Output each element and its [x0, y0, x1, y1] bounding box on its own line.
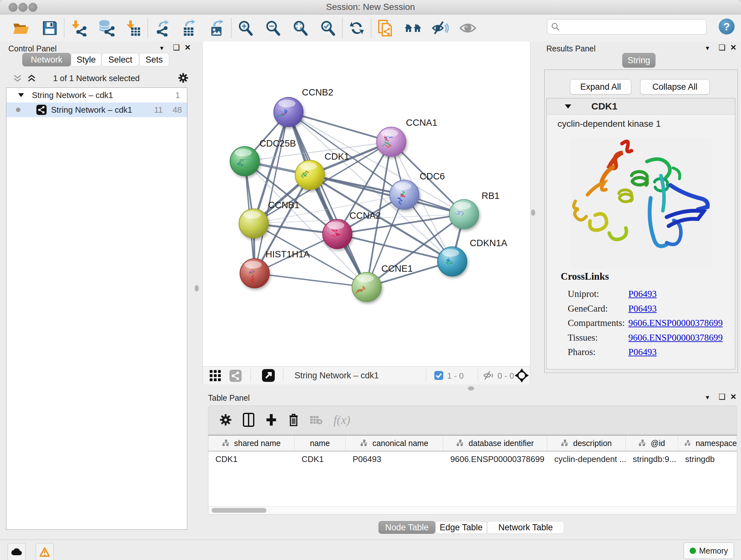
crosslink-uniprot[interactable]: P06493 [628, 289, 657, 299]
search-input[interactable] [560, 22, 695, 32]
column-header[interactable]: namespace [678, 435, 737, 451]
import-table-button[interactable] [123, 18, 144, 38]
delete-table-icon [310, 415, 323, 425]
column-header[interactable]: description [547, 435, 626, 451]
zoom-in-button[interactable] [235, 18, 256, 38]
network-node-hist1h1a[interactable]: HIST1H1A [240, 249, 310, 288]
column-header[interactable]: name [294, 435, 346, 451]
columns-icon [243, 413, 254, 427]
tab-edge-table[interactable]: Edge Table [435, 521, 487, 534]
node-label: CDC25B [259, 138, 296, 148]
hide-selected-button[interactable] [430, 18, 451, 38]
grid-view-icon[interactable] [210, 370, 221, 381]
scrollbar-thumb[interactable] [212, 508, 266, 513]
export-image-button[interactable] [207, 18, 227, 38]
detach-view-icon[interactable] [262, 369, 275, 382]
results-panel-float-button[interactable]: ❑ [719, 44, 726, 51]
network-edge[interactable] [288, 112, 391, 142]
table-panel-menu-button[interactable]: ▼ [704, 395, 711, 400]
results-panel-close-button[interactable]: ✕ [730, 44, 737, 51]
table-panel-float-button[interactable]: ❑ [719, 393, 726, 401]
network-graph[interactable]: CCNB2CCNA1CDC25BCDK1CDC6RB1CCNB1CCNA2CDK… [203, 42, 530, 366]
network-collection-row[interactable]: String Network – cdk1 1 [6, 88, 187, 103]
network-name: String Network – cdk1 [51, 105, 132, 115]
control-panel-menu-button[interactable]: ▼ [159, 45, 165, 51]
toolbar-separator [64, 18, 64, 38]
gene-collapse-icon[interactable] [564, 104, 571, 109]
network-node-cdc6[interactable]: CDC6 [390, 171, 445, 209]
column-header[interactable]: @id [626, 435, 678, 451]
left-splitter-handle[interactable] [195, 285, 199, 292]
show-all-button[interactable] [458, 18, 478, 38]
crosslink-genecard[interactable]: P06493 [628, 303, 657, 314]
table-toolbar: f(x) [208, 406, 737, 434]
export-table-button[interactable] [179, 18, 200, 38]
selected-checkbox-icon[interactable] [434, 371, 443, 380]
expand-all-button[interactable]: Expand All [570, 79, 631, 95]
column-header[interactable]: canonical name [346, 435, 443, 451]
crosslink-label: Tissues: [568, 330, 628, 345]
control-panel-close-button[interactable]: ✕ [185, 44, 191, 51]
column-header[interactable]: database identifier [443, 435, 547, 451]
network-options-gear-icon[interactable] [178, 72, 189, 84]
crosslink-pharos[interactable]: P06493 [628, 347, 657, 357]
network-canvas[interactable]: CCNB2CCNA1CDC25BCDK1CDC6RB1CCNB1CCNA2CDK… [202, 42, 530, 366]
crosslink-row: Tissues:9606.ENSP00000378699 [568, 330, 735, 345]
memory-button[interactable]: Memory [684, 543, 734, 559]
help-button[interactable]: ? [719, 18, 735, 35]
network-edge[interactable] [255, 273, 367, 287]
zoom-selected-button[interactable] [318, 18, 338, 38]
footer-network-name: String Network – cdk1 [294, 371, 379, 381]
network-view-mode-icon[interactable] [229, 370, 242, 382]
results-panel-title: Results Panel [546, 44, 596, 53]
column-header[interactable]: shared name [208, 435, 294, 451]
right-splitter-handle[interactable] [531, 209, 535, 216]
control-panel-float-button[interactable]: ❑ [173, 44, 180, 51]
gene-card-header[interactable]: CDK1 [547, 98, 735, 115]
table-horizontal-scrollbar[interactable] [208, 506, 737, 514]
tab-string[interactable]: String [622, 53, 656, 68]
results-panel-menu-button[interactable]: ▼ [704, 45, 711, 51]
selected-counts: 1 - 0 [447, 371, 464, 381]
network-node-ccna1[interactable]: CCNA1 [377, 118, 437, 157]
show-columns-button[interactable] [243, 413, 254, 427]
create-column-button[interactable] [265, 413, 277, 427]
collection-expand-icon[interactable] [18, 92, 24, 98]
export-network-button[interactable] [152, 18, 172, 38]
birdseye-navigator-icon[interactable] [515, 368, 529, 382]
import-network-database-button[interactable] [96, 18, 116, 38]
export-table-icon [182, 20, 197, 37]
zoom-out-button[interactable] [263, 18, 283, 38]
tab-style[interactable]: Style [71, 53, 102, 66]
table-options-button[interactable] [219, 414, 232, 426]
import-network-file-button[interactable] [68, 18, 89, 38]
network-node-rb1[interactable]: RB1 [449, 191, 499, 229]
crosslink-tissues[interactable]: 9606.ENSP00000378699 [628, 332, 723, 343]
node-label: CCNA2 [349, 210, 381, 221]
network-node-cdkn1a[interactable]: CDKN1A [437, 238, 508, 276]
save-session-button[interactable] [40, 18, 60, 38]
refresh-view-button[interactable] [347, 18, 367, 38]
delete-columns-button[interactable] [288, 413, 299, 427]
cloud-status-button[interactable] [8, 543, 25, 560]
table-row[interactable]: CDK1 CDK1 P06493 9606.ENSP00000378699 cy… [208, 451, 737, 467]
memory-status-dot [690, 548, 696, 554]
tab-node-table[interactable]: Node Table [379, 521, 435, 534]
new-network-from-selection-button[interactable] [375, 18, 396, 38]
table-panel-close-button[interactable]: ✕ [730, 393, 737, 401]
toolbar-separator [342, 18, 343, 38]
zoom-fit-button[interactable] [290, 18, 311, 38]
network-row-selected[interactable]: String Network – cdk1 11 48 [6, 103, 187, 117]
tab-select[interactable]: Select [102, 53, 139, 66]
footer-separator [426, 369, 426, 382]
open-session-button[interactable] [11, 18, 31, 38]
first-neighbors-button[interactable] [403, 18, 423, 38]
network-edge[interactable] [288, 112, 367, 287]
tab-network[interactable]: Network [22, 53, 71, 66]
bottom-splitter-handle[interactable] [468, 386, 474, 390]
collapse-all-button[interactable]: Collapse All [640, 79, 710, 95]
tab-network-table[interactable]: Network Table [487, 521, 564, 534]
warnings-button[interactable] [36, 543, 54, 560]
crosslink-compartments[interactable]: 9606.ENSP00000378699 [628, 318, 723, 328]
tab-sets[interactable]: Sets [139, 53, 169, 66]
